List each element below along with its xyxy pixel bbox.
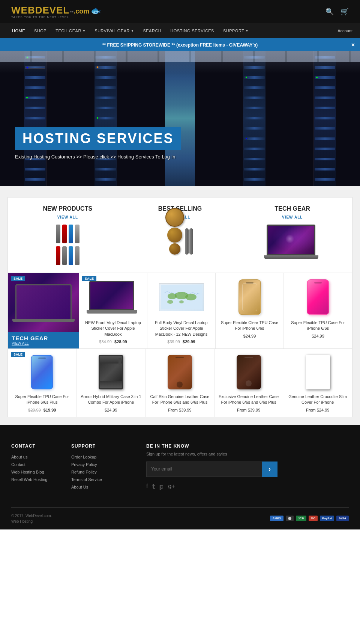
social-links: f 𝕥 𝕡 g+ bbox=[146, 483, 278, 490]
logo[interactable]: WEBDEVEL ™ .com 🐟 TAKES YOU TO THE NEXT … bbox=[11, 5, 101, 19]
payment-paypal: PayPal bbox=[320, 516, 334, 521]
footer-support-heading: SUPPORT bbox=[71, 443, 128, 449]
account-link[interactable]: Account bbox=[338, 29, 352, 33]
product-card-front-vinyl[interactable]: SALE NEW Front Vinyl Decal Laptop Sticke… bbox=[79, 273, 147, 348]
product-card-blue-tpu[interactable]: SALE Super Flexible TPU Case For iPhone … bbox=[8, 349, 77, 417]
payment-icons: AMEX ⬤ JCB MC PayPal VISA bbox=[270, 516, 349, 521]
payment-mastercard: MC bbox=[309, 516, 318, 521]
svg-point-3 bbox=[185, 294, 196, 300]
footer-link-about-us[interactable]: About us bbox=[11, 455, 60, 459]
footer-support: SUPPORT Order Lookup Privacy Policy Refu… bbox=[71, 443, 128, 492]
sale-badge-5: SALE bbox=[11, 352, 25, 357]
product-title-armor: Armor Hybrid Military Case 3 in 1 Combo … bbox=[80, 394, 142, 406]
svg-point-5 bbox=[179, 300, 184, 303]
product-title-tpu-pink: Super Flexible TPU Case For iPhone 6/6s bbox=[287, 320, 349, 332]
product-title-full-vinyl: Full Body Vinyl Decal Laptop Sticker Cov… bbox=[150, 320, 212, 337]
product-price-leather-dark: From $39.99 bbox=[218, 408, 280, 412]
footer-link-order-lookup[interactable]: Order Lookup bbox=[71, 455, 128, 459]
products-row-1: TECH GEAR VIEW ALL SALE SALE NEW Front V… bbox=[0, 273, 360, 349]
product-price-tpu-pink: $24.99 bbox=[287, 334, 349, 338]
search-icon[interactable]: 🔍 bbox=[326, 8, 334, 16]
product-title-front-vinyl: NEW Front Vinyl Decal Laptop Sticker Cov… bbox=[82, 320, 144, 337]
cart-icon[interactable]: 🛒 bbox=[340, 8, 349, 16]
footer-hosting-credit: Web Hosting bbox=[11, 519, 52, 523]
site-footer: CONTACT About us Contact Web Hosting Blo… bbox=[0, 425, 360, 529]
product-title-croc: Genuine Leather Crocodile Slim Cover For… bbox=[286, 394, 349, 406]
products-row-2: SALE Super Flexible TPU Case For iPhone … bbox=[0, 349, 360, 425]
product-title-blue-tpu: Super Flexible TPU Case For iPhone 6/6s … bbox=[11, 394, 74, 406]
product-price-leather-brown: From $39.99 bbox=[148, 408, 211, 412]
hero-title[interactable]: HOSTING SERVICES bbox=[15, 127, 181, 150]
product-card-leather-dark[interactable]: Exclusive Genuine Leather Case For iPhon… bbox=[214, 349, 284, 417]
promo-close-button[interactable]: × bbox=[351, 42, 355, 48]
footer-link-privacy[interactable]: Privacy Policy bbox=[71, 462, 128, 467]
footer-link-refund[interactable]: Refund Policy bbox=[71, 470, 128, 474]
nav-item-hosting[interactable]: HOSTING SERVICES bbox=[166, 23, 219, 38]
product-card-tpu-pink[interactable]: Super Flexible TPU Case For iPhone 6/6s … bbox=[284, 273, 352, 348]
payment-diners: ⬤ bbox=[286, 516, 294, 521]
header-actions: 🔍 🛒 bbox=[326, 8, 349, 16]
tech-gear-card-label: TECH GEAR bbox=[12, 335, 75, 341]
footer-newsletter-heading: BE IN THE KNOW bbox=[146, 443, 278, 449]
category-tech-gear: TECH GEAR VIEW ALL bbox=[236, 205, 348, 273]
tech-gear-card-viewall[interactable]: VIEW ALL bbox=[12, 341, 75, 345]
footer-link-blog[interactable]: Web Hosting Blog bbox=[11, 470, 60, 474]
nav-item-tech-gear[interactable]: TECH GEAR ▼ bbox=[51, 23, 90, 38]
categories-section: NEW PRODUCTS VIEW ALL BEST bbox=[0, 186, 360, 273]
footer-contact: CONTACT About us Contact Web Hosting Blo… bbox=[11, 443, 60, 492]
payment-amex: AMEX bbox=[270, 516, 283, 521]
hero-section: HOSTING SERVICES Existing Hosting Custom… bbox=[0, 51, 360, 186]
footer-link-tos[interactable]: Terms of Service bbox=[71, 477, 128, 482]
svg-point-4 bbox=[167, 300, 173, 304]
footer-link-resell[interactable]: Resell Web Hosting bbox=[11, 477, 60, 482]
facebook-icon[interactable]: f bbox=[146, 483, 148, 490]
twitter-icon[interactable]: 𝕥 bbox=[152, 483, 155, 490]
googleplus-icon[interactable]: g+ bbox=[168, 483, 175, 490]
product-price-blue-tpu: $29.99 $19.99 bbox=[11, 408, 74, 412]
footer-bottom: © 2017, WebDevel.com. Web Hosting AMEX ⬤… bbox=[11, 507, 349, 529]
nav-item-home[interactable]: HOME bbox=[8, 23, 30, 39]
payment-jcb: JCB bbox=[296, 516, 306, 521]
footer-contact-heading: CONTACT bbox=[11, 443, 60, 449]
sale-badge-1: SALE bbox=[11, 276, 25, 281]
product-card-full-vinyl[interactable]: Full Body Vinyl Decal Laptop Sticker Cov… bbox=[147, 273, 216, 348]
email-input[interactable] bbox=[146, 462, 262, 477]
product-card-croc[interactable]: Genuine Leather Crocodile Slim Cover For… bbox=[283, 349, 352, 417]
site-header: WEBDEVEL ™ .com 🐟 TAKES YOU TO THE NEXT … bbox=[0, 0, 360, 23]
promo-text: ** FREE SHIPPING STOREWIDE ** (exception… bbox=[102, 42, 258, 48]
product-price-croc: From $24.99 bbox=[286, 408, 349, 412]
tech-gear-view-all[interactable]: VIEW ALL bbox=[242, 215, 343, 219]
footer-link-about[interactable]: About Us bbox=[71, 485, 128, 489]
main-nav: HOME SHOP TECH GEAR ▼ SURVIVAL GEAR ▼ SE… bbox=[0, 23, 360, 39]
nav-item-support[interactable]: SUPPORT ▼ bbox=[219, 23, 253, 38]
footer-copyright: © 2017, WebDevel.com. bbox=[11, 514, 52, 518]
footer-link-contact[interactable]: Contact bbox=[11, 462, 60, 467]
nav-item-survival-gear[interactable]: SURVIVAL GEAR ▼ bbox=[90, 23, 138, 38]
footer-newsletter: BE IN THE KNOW Sign up for the latest ne… bbox=[146, 443, 278, 492]
hero-subtitle[interactable]: Existing Hosting Customers >> Please cli… bbox=[15, 154, 181, 160]
product-price-armor: $24.99 bbox=[80, 408, 142, 412]
footer-newsletter-text: Sign up for the latest news, offers and … bbox=[146, 452, 278, 456]
pinterest-icon[interactable]: 𝕡 bbox=[159, 483, 164, 490]
promo-banner: ** FREE SHIPPING STOREWIDE ** (exception… bbox=[0, 39, 360, 51]
product-title-clear-tpu: Super Flexible Clear TPU Case For iPhone… bbox=[219, 320, 280, 332]
product-card-leather-brown[interactable]: Calf Skin Genuine Leather Case For iPhon… bbox=[146, 349, 214, 417]
hero-content: HOSTING SERVICES Existing Hosting Custom… bbox=[15, 127, 181, 160]
logo-tagline: TAKES YOU TO THE NEXT LEVEL bbox=[11, 15, 101, 19]
product-price-front-vinyl: $34.99 $28.99 bbox=[82, 339, 144, 344]
category-best-selling: BEST SELLING VIEW ALL bbox=[124, 205, 237, 273]
tech-gear-featured-card[interactable]: TECH GEAR VIEW ALL SALE bbox=[8, 273, 79, 348]
tech-gear-title: TECH GEAR bbox=[242, 205, 343, 213]
product-title-leather-brown: Calf Skin Genuine Leather Case For iPhon… bbox=[148, 394, 211, 406]
product-title-leather-dark: Exclusive Genuine Leather Case For iPhon… bbox=[218, 394, 280, 406]
new-products-title: NEW PRODUCTS bbox=[17, 205, 118, 213]
product-card-armor[interactable]: Armor Hybrid Military Case 3 in 1 Combo … bbox=[77, 349, 146, 417]
payment-visa: VISA bbox=[336, 516, 349, 521]
product-card-clear-tpu[interactable]: Super Flexible Clear TPU Case For iPhone… bbox=[216, 273, 284, 348]
newsletter-submit-button[interactable]: › bbox=[262, 462, 278, 477]
product-price-clear-tpu: $24.99 bbox=[219, 334, 280, 338]
nav-item-search[interactable]: SEARCH bbox=[138, 23, 166, 38]
sale-badge-2: SALE bbox=[82, 276, 96, 281]
new-products-view-all[interactable]: VIEW ALL bbox=[17, 215, 118, 219]
nav-item-shop[interactable]: SHOP bbox=[30, 23, 51, 38]
